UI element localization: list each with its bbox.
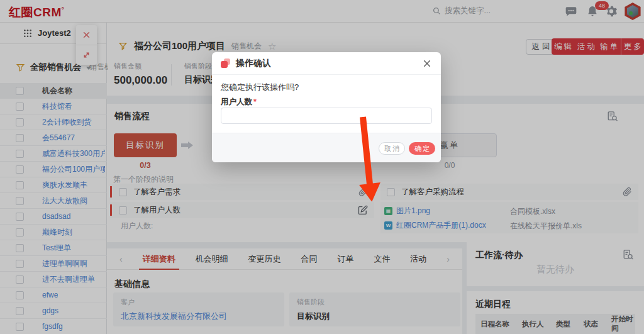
modal-backdrop[interactable] <box>0 0 644 334</box>
confirm-dialog: 操作确认 您确定执行该操作吗? 用户人数* 取消 确定 <box>212 52 441 162</box>
cancel-button[interactable]: 取消 <box>379 142 405 155</box>
crm-page: 红圈CRM° 搜索关键字... 48 Joytest2 全部销售机会 销售机会 … <box>0 0 644 334</box>
required-asterisk: * <box>253 97 257 106</box>
field-label: 用户人数* <box>221 97 257 108</box>
dialog-title: 操作确认 <box>236 58 416 69</box>
close-icon[interactable] <box>422 58 432 69</box>
dialog-header: 操作确认 <box>212 52 441 75</box>
dialog-icon <box>221 58 230 68</box>
confirm-button[interactable]: 确定 <box>409 142 435 155</box>
dialog-message: 您确定执行该操作吗? <box>221 82 299 93</box>
dialog-footer: 取消 确定 <box>212 133 441 162</box>
user-count-input[interactable] <box>221 108 432 124</box>
